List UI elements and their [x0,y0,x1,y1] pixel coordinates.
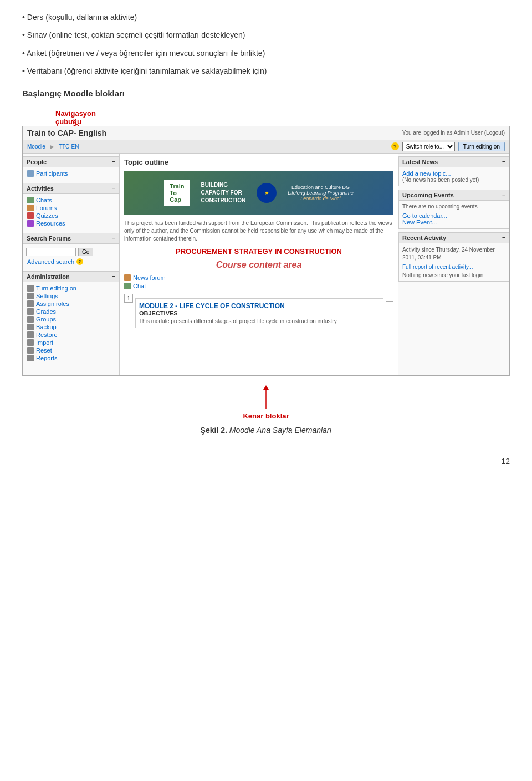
nothing-new-text: Nothing new since your last login [402,272,505,278]
search-collapse-icon[interactable]: − [112,235,115,241]
latest-news-header: Latest News − [398,156,509,167]
moodle-course-title: Train to CAP- English [27,129,106,137]
main-chat-icon [124,283,131,289]
participants-link[interactable]: Participants [26,170,116,177]
forum-icon [27,205,34,211]
chats-link[interactable]: Chats [26,196,116,204]
bullet-3: • Anket (öğretmen ve / veya öğrenciler i… [22,47,510,59]
activities-block-content: Chats Forums Quizzes [23,194,119,229]
news-forum-icon [124,274,131,281]
moodle-screenshot: Train to CAP- English You are logged in … [22,126,510,376]
search-input[interactable] [26,248,76,256]
activities-collapse-icon[interactable]: − [112,185,115,191]
chat-icon [27,197,34,203]
moodle-breadcrumb-bar: Moodle ▶ TTC-EN ? Switch role to... Turn… [23,140,509,154]
module-checkbox[interactable] [386,294,393,302]
grades-icon [27,308,34,315]
objectives-label: OBJECTIVES [139,310,380,317]
admin-block-header: Administration − [23,271,119,282]
recent-activity-collapse[interactable]: − [502,234,505,241]
reports-link[interactable]: Reports [26,354,116,362]
bullet-section: • Ders (koşullu, dallanma aktivite) • Sı… [22,11,510,78]
latest-news-block: Latest News − Add a new topic... (No new… [398,156,509,186]
quizzes-link[interactable]: Quizzes [26,212,116,220]
go-button[interactable]: Go [78,248,93,256]
module-number: 1 [124,294,133,303]
module-description: This module presents different stages of… [139,318,380,324]
people-label: People [27,159,47,165]
latest-news-label: Latest News [402,159,438,165]
moodle-toolbar: ? Switch role to... Turn editing on [391,142,505,151]
turn-editing-btn[interactable]: Turn editing on [458,142,505,151]
upcoming-events-collapse[interactable]: − [502,192,505,198]
turn-editing-icon [27,285,34,292]
resources-link[interactable]: Resources [26,220,116,227]
moodle-screenshot-wrapper: Train to CAP- English You are logged in … [22,126,510,420]
groups-icon [27,316,34,323]
recent-activity-label: Recent Activity [402,234,446,241]
search-forums-label: Search Forums [27,235,71,242]
new-event-link[interactable]: New Event... [402,219,505,226]
settings-link[interactable]: Settings [26,292,116,300]
help-icon: ? [391,142,399,150]
breadcrumb-home[interactable]: Moodle [27,144,45,150]
train-logo: Train To Cap [164,180,190,206]
reports-icon [27,355,34,361]
page-number: 12 [0,446,532,477]
people-block: People − Participants [23,156,119,180]
reset-link[interactable]: Reset [26,346,116,354]
reset-icon [27,347,34,354]
news-forum-link[interactable]: News forum [133,274,166,281]
module-title-link[interactable]: MODULE 2 - LIFE CYCLE OF CONSTRUCTION [139,302,285,310]
grades-link[interactable]: Grades [26,308,116,315]
full-report-link[interactable]: Full report of recent activity... [402,264,505,270]
search-forums-content: Go Advanced search ? [23,244,119,268]
admin-collapse-icon[interactable]: − [112,273,115,279]
forums-link[interactable]: Forums [26,204,116,212]
activity-since-text: Activity since Thursday, 24 November 201… [402,246,505,262]
chat-main-link[interactable]: Chat [133,283,146,289]
advanced-search-link[interactable]: Advanced search ? [26,258,116,266]
switch-role-select[interactable]: Switch role to... [402,142,455,151]
course-content-label: Course content area [124,260,393,270]
course-description: This project has been funded with suppor… [124,220,393,243]
import-icon [27,339,34,346]
recent-activity-content: Activity since Thursday, 24 November 201… [398,243,509,282]
admin-block-content: Turn editing on Settings Assign roles [23,282,119,364]
moodle-main-content: Topic outline Train To Cap BUILDINGCAPAC… [120,154,398,375]
upcoming-events-label: Upcoming Events [402,192,454,198]
bullet-4: • Veritabanı (öğrenci aktivite içeriğini… [22,65,510,77]
backup-link[interactable]: Backup [26,323,116,331]
topic-outline-title: Topic outline [124,158,393,166]
breadcrumb-course[interactable]: TTC-EN [59,144,79,150]
figure-caption: Şekil 2. Moodle Ana Sayfa Elemanları [22,426,510,435]
recent-activity-block: Recent Activity − Activity since Thursda… [398,232,509,282]
moodle-header: Train to CAP- English You are logged in … [23,126,509,140]
search-forums-header: Search Forums − [23,233,119,244]
news-forum-row: News forum [124,274,393,281]
procurement-title: PROCUREMENT STRATEGY IN CONSTRUCTION [124,247,393,256]
import-link[interactable]: Import [26,339,116,346]
no-news-text: (No news has been posted yet) [402,177,505,183]
annotation-nav-label: Navigasyonçubuğu [55,109,96,126]
search-row: Go [26,248,116,256]
moodle-body: People − Participants A [23,154,509,375]
turn-editing-sidebar-link[interactable]: Turn editing on [26,284,116,292]
people-collapse-icon[interactable]: − [112,159,115,165]
activities-label: Activities [27,185,54,192]
latest-news-collapse[interactable]: − [502,159,505,165]
assign-roles-icon [27,300,34,307]
go-to-calendar-link[interactable]: Go to calendar... [402,212,505,219]
search-forums-block: Search Forums − Go Advanced search ? [23,233,119,268]
kenar-annotation-text: Kenar bloklar [233,412,299,420]
eu-logo: ★ [257,183,277,203]
add-news-link[interactable]: Add a new topic... [402,170,451,177]
svg-marker-3 [263,385,269,390]
bottom-annotations: Kenar bloklar [22,381,510,420]
assign-roles-link[interactable]: Assign roles [26,300,116,308]
groups-link[interactable]: Groups [26,315,116,323]
no-events-text: There are no upcoming events [402,203,505,210]
upcoming-events-header: Upcoming Events − [398,190,509,201]
breadcrumb-sep: ▶ [50,144,54,150]
restore-link[interactable]: Restore [26,331,116,339]
